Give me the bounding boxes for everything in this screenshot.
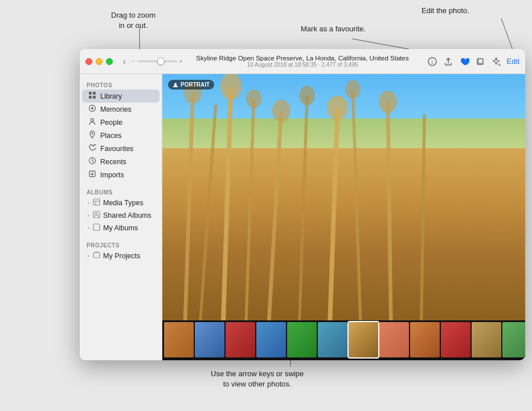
maximize-button[interactable] — [106, 58, 113, 65]
film-thumb-4[interactable] — [256, 322, 286, 357]
nav-arrows: ‹ — [121, 56, 128, 67]
svg-rect-21 — [93, 199, 100, 205]
film-thumb-1[interactable] — [164, 322, 194, 357]
zoom-thumb[interactable] — [157, 58, 165, 65]
close-button[interactable] — [85, 58, 92, 65]
titlebar: ‹ − + Skyline Ridge Open Space Preserve,… — [80, 49, 525, 74]
svg-point-43 — [345, 80, 361, 99]
svg-point-16 — [91, 107, 93, 109]
sidebar-item-imports[interactable]: Imports — [82, 168, 159, 181]
svg-point-44 — [379, 91, 397, 113]
film-thumb-12[interactable] — [502, 322, 525, 357]
photo-location: Skyline Ridge Open Space Preserve, La Ho… — [196, 55, 408, 62]
sidebar-my-albums-label: My Albums — [103, 224, 138, 232]
zoom-track[interactable] — [137, 60, 177, 62]
photo-area[interactable]: PORTRAIT — [162, 74, 525, 360]
sidebar-my-projects-label: My Projects — [103, 252, 140, 260]
film-thumb-9[interactable] — [410, 322, 440, 357]
sidebar-item-my-albums[interactable]: › My Albums — [82, 222, 159, 234]
sidebar-item-favourites[interactable]: Favourites — [82, 142, 159, 155]
sidebar-item-media-types[interactable]: › Media Types — [82, 197, 159, 209]
sidebar-item-my-projects[interactable]: › My Projects — [82, 250, 159, 262]
svg-line-10 — [498, 64, 500, 66]
recents-icon — [88, 157, 97, 166]
annotation-arrow-keys: Use the arrow keys or swipe to view othe… — [211, 369, 304, 389]
annotation-arrow-text1: Use the arrow keys or swipe — [211, 369, 304, 378]
toolbar-right: i — [427, 56, 519, 67]
svg-point-17 — [91, 119, 94, 121]
svg-line-29 — [223, 87, 231, 320]
edit-button[interactable]: Edit — [507, 57, 519, 66]
film-thumb-8[interactable] — [379, 322, 409, 357]
annotation-drag-zoom: Drag to zoom in or out. — [111, 10, 155, 31]
svg-point-41 — [300, 86, 315, 106]
sidebar-item-shared-albums[interactable]: › Shared Albums — [82, 209, 159, 222]
zoom-slider-area[interactable]: − + — [132, 58, 183, 64]
svg-text:i: i — [431, 59, 433, 65]
svg-line-32 — [300, 96, 307, 320]
film-thumb-6[interactable] — [318, 322, 347, 357]
my-albums-icon — [92, 223, 101, 233]
portrait-badge: PORTRAIT — [168, 80, 214, 89]
portrait-badge-label: PORTRAIT — [181, 82, 210, 88]
sidebar-places-label: Places — [100, 132, 122, 140]
sidebar-item-people[interactable]: People — [82, 116, 159, 129]
svg-point-26 — [174, 83, 177, 85]
sidebar-photos-label: Photos — [80, 79, 162, 89]
svg-point-18 — [92, 133, 93, 135]
back-button[interactable]: ‹ — [121, 56, 128, 67]
my-projects-icon — [92, 251, 101, 261]
main-content: Photos Library — [80, 74, 525, 360]
svg-point-39 — [246, 89, 261, 108]
photo-meta: 10 August 2018 at 18:58:35 · 2,477 of 3,… — [196, 62, 408, 68]
crop-icon[interactable] — [475, 56, 485, 67]
sidebar-media-types-label: Media Types — [103, 199, 144, 207]
film-thumb-2[interactable] — [195, 322, 224, 357]
sidebar-item-library[interactable]: Library — [82, 89, 159, 103]
svg-line-33 — [330, 108, 337, 320]
svg-rect-24 — [93, 224, 100, 230]
svg-rect-14 — [93, 96, 96, 99]
media-types-icon — [92, 198, 101, 207]
annotation-edit: Edit the photo. — [421, 6, 469, 16]
chevron-my-projects: › — [88, 253, 89, 259]
chevron-my-albums: › — [88, 225, 89, 231]
annotation-drag-zoom-text: Drag to zoom — [111, 11, 155, 19]
sidebar-item-places[interactable]: Places — [82, 129, 159, 142]
svg-rect-11 — [89, 92, 92, 95]
svg-line-28 — [200, 105, 216, 320]
photo-title-area: Skyline Ridge Open Space Preserve, La Ho… — [196, 55, 408, 68]
annotation-favourite: Mark as a favourite. — [301, 24, 366, 34]
sidebar-recents-label: Recents — [100, 158, 126, 166]
memories-icon — [88, 104, 97, 114]
svg-point-38 — [220, 74, 242, 100]
favourite-icon[interactable] — [459, 56, 469, 67]
sidebar-albums-label: Albums — [80, 186, 162, 197]
zoom-minus-icon: − — [132, 58, 135, 64]
main-photo-view[interactable]: PORTRAIT — [162, 74, 525, 320]
filmstrip[interactable] — [162, 320, 525, 360]
svg-line-35 — [388, 102, 391, 320]
film-thumb-3[interactable] — [226, 322, 255, 357]
annotation-edit-text: Edit the photo. — [421, 6, 469, 15]
sidebar-item-memories[interactable]: Memories — [82, 103, 159, 116]
film-thumb-5[interactable] — [287, 322, 317, 357]
annotation-drag-zoom-text2: in or out. — [119, 21, 148, 30]
info-icon[interactable]: i — [427, 56, 437, 67]
filmstrip-inner — [162, 320, 525, 360]
film-thumb-7-active[interactable] — [349, 322, 378, 357]
photo-canvas — [162, 74, 525, 320]
library-icon — [88, 91, 97, 101]
portrait-icon — [173, 82, 178, 88]
film-thumb-10[interactable] — [441, 322, 470, 357]
magic-wand-icon[interactable] — [491, 56, 501, 67]
svg-line-31 — [269, 111, 281, 320]
svg-line-34 — [353, 89, 360, 320]
minimize-button[interactable] — [96, 58, 103, 65]
sidebar-imports-label: Imports — [100, 171, 124, 179]
sidebar-item-recents[interactable]: Recents — [82, 155, 159, 168]
film-thumb-11[interactable] — [472, 322, 501, 357]
share-icon[interactable] — [443, 56, 453, 67]
svg-line-30 — [246, 99, 253, 320]
zoom-plus-icon: + — [179, 58, 183, 64]
